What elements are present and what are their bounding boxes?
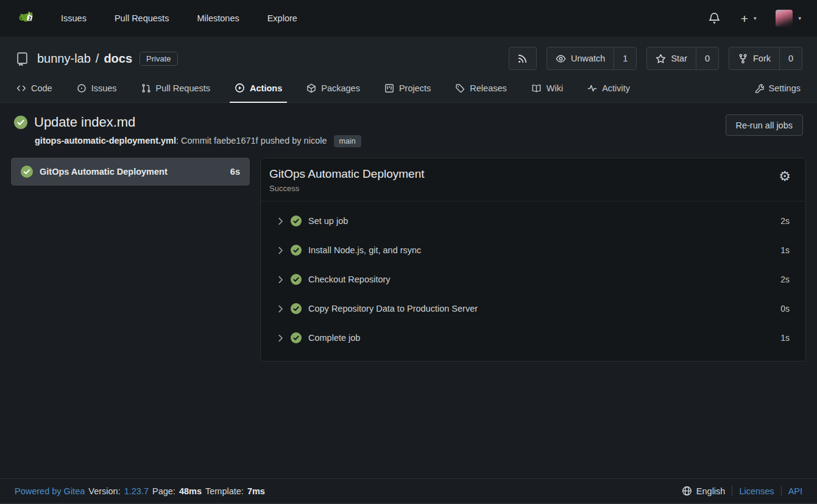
- job-list-item[interactable]: GitOps Automatic Deployment 6s: [11, 158, 250, 186]
- job-status-text: Success: [269, 184, 425, 193]
- stars-count[interactable]: 0: [696, 47, 718, 69]
- chevron-right-icon: [278, 305, 284, 313]
- step-duration: 2s: [780, 216, 790, 226]
- success-check-icon: [291, 303, 302, 314]
- step-label: Install Node.js, git, and rsync: [308, 245, 774, 255]
- step-label: Complete job: [308, 333, 774, 343]
- unwatch-button[interactable]: Unwatch: [547, 47, 614, 69]
- tab-label: Pull Requests: [156, 83, 210, 93]
- tab-label: Code: [31, 83, 52, 93]
- fork-button[interactable]: Fork: [729, 47, 779, 69]
- tab-packages[interactable]: Packages: [305, 83, 362, 102]
- user-menu-button[interactable]: ▾: [776, 10, 801, 27]
- tab-wiki[interactable]: Wiki: [529, 83, 565, 102]
- code-icon: [16, 83, 26, 93]
- jobs-sidebar: GitOps Automatic Deployment 6s: [11, 158, 250, 186]
- step-label: Copy Repository Data to Production Serve…: [308, 304, 774, 313]
- chevron-right-icon: [278, 276, 284, 284]
- create-new-button[interactable]: + ▾: [741, 12, 757, 25]
- nav-milestones[interactable]: Milestones: [197, 13, 239, 23]
- run-header-left: Update index.md gitops-automatic-deploym…: [14, 114, 726, 145]
- repo-icon: [15, 51, 30, 66]
- job-panel-titles: GitOps Automatic Deployment Success: [269, 167, 425, 193]
- tab-releases[interactable]: Releases: [453, 83, 508, 102]
- star-button-group: Star 0: [646, 47, 719, 70]
- tab-activity[interactable]: Activity: [585, 83, 632, 102]
- notifications-button[interactable]: [709, 12, 720, 24]
- tab-code[interactable]: Code: [15, 83, 54, 102]
- nav-pull-requests[interactable]: Pull Requests: [115, 13, 169, 23]
- version-link[interactable]: 1.23.7: [124, 486, 149, 496]
- actions-run-page: Update index.md gitops-automatic-deploym…: [0, 103, 817, 478]
- page-time-value: 48ms: [179, 486, 202, 496]
- step-duration: 2s: [780, 275, 790, 284]
- pull-request-icon: [141, 83, 151, 93]
- teacup-icon: [16, 9, 35, 28]
- tab-label: Releases: [470, 83, 506, 93]
- rss-feed-button[interactable]: [509, 47, 537, 70]
- nav-explore[interactable]: Explore: [267, 13, 297, 23]
- tag-icon: [455, 83, 465, 93]
- issue-icon: [77, 83, 87, 93]
- globe-icon: [682, 486, 692, 496]
- play-circle-icon: [235, 83, 245, 93]
- chevron-right-icon: [278, 217, 284, 225]
- repo-name-link[interactable]: docs: [104, 52, 132, 66]
- star-label: Star: [671, 54, 687, 63]
- success-check-icon: [291, 332, 302, 343]
- success-check-icon: [21, 166, 33, 178]
- step-row-complete[interactable]: Complete job 1s: [261, 323, 805, 352]
- footer-divider: [732, 486, 732, 496]
- footer-right: English Licenses API: [682, 486, 802, 496]
- repo-tabs: Code Issues Pull Requests: [0, 75, 817, 102]
- gear-icon[interactable]: ⚙: [779, 170, 791, 183]
- success-check-icon: [14, 116, 27, 129]
- tab-label: Wiki: [546, 83, 563, 93]
- tab-pull-requests[interactable]: Pull Requests: [140, 83, 212, 102]
- step-duration: 1s: [780, 333, 790, 343]
- step-row-copy[interactable]: Copy Repository Data to Production Serve…: [261, 294, 805, 323]
- commit-info: : Commit faebe1671f pushed by nicole: [176, 136, 327, 145]
- chevron-down-icon: ▾: [798, 15, 801, 21]
- pulse-icon: [587, 83, 597, 93]
- step-row-setup[interactable]: Set up job 2s: [261, 206, 805, 236]
- repo-owner-link[interactable]: bunny-lab: [37, 52, 91, 66]
- repo-title-row: bunny-lab / docs Private: [0, 37, 817, 75]
- chevron-down-icon: ▾: [754, 15, 757, 21]
- forks-count[interactable]: 0: [779, 47, 802, 69]
- template-time-label: Template:: [205, 486, 244, 496]
- licenses-link[interactable]: Licenses: [739, 486, 774, 496]
- tab-actions[interactable]: Actions: [233, 83, 284, 102]
- watchers-count[interactable]: 1: [614, 47, 636, 69]
- rerun-all-jobs-button[interactable]: Re-run all jobs: [726, 114, 804, 136]
- nav-issues[interactable]: Issues: [61, 13, 87, 23]
- powered-by-gitea-link[interactable]: Powered by Gitea: [15, 486, 85, 496]
- step-duration: 1s: [780, 245, 790, 255]
- fork-button-group: Fork 0: [729, 47, 802, 70]
- navbar-right: + ▾ ▾: [709, 10, 801, 27]
- repo-action-buttons: Unwatch 1 Star 0: [509, 47, 802, 70]
- tab-issues[interactable]: Issues: [75, 83, 119, 102]
- workflow-file-link[interactable]: gitops-automatic-deployment.yml: [35, 136, 176, 145]
- page: Issues Pull Requests Milestones Explore …: [0, 0, 817, 504]
- gitea-logo[interactable]: [16, 9, 35, 28]
- star-button[interactable]: Star: [647, 47, 696, 69]
- branch-badge[interactable]: main: [334, 135, 361, 147]
- package-icon: [306, 83, 316, 93]
- chevron-right-icon: [278, 247, 284, 254]
- template-time-value: 7ms: [247, 486, 265, 496]
- api-link[interactable]: API: [788, 486, 802, 496]
- tab-projects[interactable]: Projects: [383, 83, 433, 102]
- language-label: English: [696, 486, 726, 496]
- success-check-icon: [291, 274, 302, 285]
- tab-settings[interactable]: Settings: [752, 83, 802, 102]
- success-check-icon: [291, 215, 302, 226]
- footer: Powered by Gitea Version: 1.23.7 Page: 4…: [0, 478, 817, 504]
- step-label: Checkout Repository: [308, 275, 774, 284]
- version-label: Version:: [88, 486, 120, 496]
- language-selector[interactable]: English: [682, 486, 726, 496]
- step-row-install[interactable]: Install Node.js, git, and rsync 1s: [261, 236, 805, 265]
- fork-icon: [738, 54, 748, 64]
- step-row-checkout[interactable]: Checkout Repository 2s: [261, 265, 805, 294]
- job-duration: 6s: [230, 167, 240, 177]
